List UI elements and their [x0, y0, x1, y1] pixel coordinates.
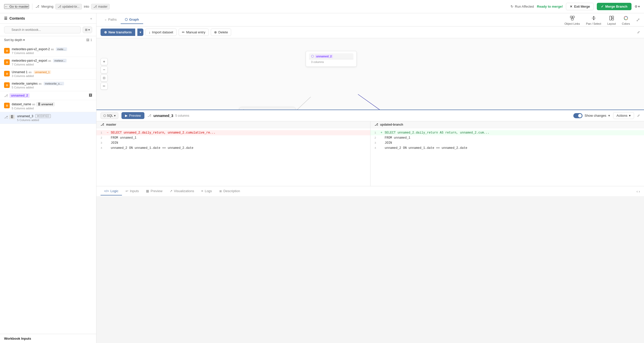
- tool-colors[interactable]: Colors: [620, 14, 632, 26]
- tab-logic[interactable]: </> Logic: [101, 187, 122, 195]
- tab-logs[interactable]: ≡ Logs: [198, 187, 216, 195]
- manual-entry-expand[interactable]: ⤢: [290, 109, 293, 110]
- tab-visualizations[interactable]: ↗ Visualizations: [166, 187, 198, 195]
- tool-pan-select[interactable]: Pan / Select: [584, 14, 603, 26]
- tool-object-links[interactable]: Object Links: [562, 14, 582, 26]
- svg-line-10: [358, 94, 433, 110]
- item-row-2: meteorites-yani-v2_export as meteor...: [12, 59, 92, 62]
- item-icon-2: ⊞: [4, 59, 10, 65]
- item-content-1: meteorites-yani-v2_export-2 as mete... 7…: [12, 47, 92, 55]
- show-changes-dropdown[interactable]: ▾: [608, 114, 610, 117]
- bottom-panel-header: ⬡ SQL ▾ ▶ Preview ⎇ unnamed_3 5 columns: [96, 110, 644, 121]
- gear-icon: ⚙: [635, 5, 638, 8]
- bottom-header-right: Show changes ▾ Actions ▾ ⤢: [573, 112, 640, 119]
- svg-rect-7: [612, 18, 614, 20]
- new-transform-dropdown-button[interactable]: ▾: [137, 29, 143, 36]
- item-content-4: meteorite_samples as meteorite_sa... 5 C…: [12, 82, 92, 89]
- import-dataset-label: Import dataset: [152, 30, 173, 34]
- object-links-icon: [569, 15, 576, 22]
- sort-by-depth[interactable]: Sort by depth ▾: [4, 38, 25, 42]
- item-row-4: meteorite_samples as meteorite_sa...: [12, 82, 92, 85]
- code-line: 4 unnamed_2 ON unnamed_1.date == unnamed…: [96, 146, 370, 151]
- fullscreen-graph-button[interactable]: ⤢: [636, 17, 640, 23]
- search-wrap: 🔍: [4, 26, 81, 33]
- tab-inputs[interactable]: ↩ Inputs: [122, 187, 142, 195]
- fit-button[interactable]: ⊡: [101, 74, 108, 82]
- sidebar-item-meteorites-v2-export[interactable]: ⊞ meteorites-yani-v2_export as meteor...…: [0, 57, 96, 68]
- tab-graph[interactable]: ⬡ Graph: [121, 16, 143, 24]
- tabs-prev-button[interactable]: ‹: [637, 189, 638, 193]
- branch-icon-1: ⎇: [35, 5, 39, 8]
- exit-merge-button[interactable]: ✕ Exit Merge: [566, 3, 594, 10]
- search-input[interactable]: [4, 26, 81, 33]
- sidebar-item-dataset-name[interactable]: ⊞ dataset_name as 🗄 unnamed 5 Columns ad…: [0, 100, 96, 112]
- run-affected-button[interactable]: ↻ Run Affected: [511, 5, 534, 8]
- settings-button[interactable]: ⚙ ▾: [635, 5, 640, 8]
- item-icon-3: ⊞: [4, 71, 10, 76]
- delete-button[interactable]: ⊗ Delete: [211, 29, 231, 36]
- back-to-master-button[interactable]: ← Go to master: [4, 4, 29, 9]
- import-dataset-button[interactable]: ↓ Import dataset: [145, 29, 177, 36]
- bottom-fullscreen-button[interactable]: ⤢: [637, 114, 640, 117]
- source-branch-badge[interactable]: ⎇ updated-br...: [55, 4, 82, 9]
- tool-layout[interactable]: Layout: [605, 14, 618, 26]
- ready-to-merge-badge: Ready to merge!: [537, 5, 563, 8]
- zoom-out-button[interactable]: −: [101, 66, 108, 73]
- sidebar-item-unnamed-1[interactable]: ⊞ Unnamed 1 as unnamed_1 3 Columns added: [0, 68, 96, 80]
- actions-chevron: ▾: [629, 114, 631, 117]
- manual-entry-graph-node[interactable]: ⬡ MANUAL ENTRY 0 ••• ⤢: [239, 107, 295, 110]
- tab-paths[interactable]: ⬦ Paths: [101, 16, 121, 24]
- item-name-7: unnamed_3: [17, 114, 33, 118]
- tabs-next-button[interactable]: ›: [639, 189, 640, 193]
- svg-rect-1: [573, 16, 574, 18]
- sidebar-header: ☰ Contents «: [0, 13, 96, 24]
- branch-icon-2: ⎇: [58, 5, 61, 8]
- collapse-button[interactable]: «: [90, 17, 92, 20]
- sort-chevron-icon: ▾: [23, 38, 25, 42]
- sidebar-item-meteorites-v2-export-2[interactable]: ⊞ meteorites-yani-v2_export-2 as mete...…: [0, 45, 96, 57]
- back-label: Go to master: [9, 5, 29, 8]
- filter-button[interactable]: ⊞ ▾: [83, 27, 92, 33]
- image-icon: 🖼: [86, 38, 89, 42]
- merge-branch-button[interactable]: ✓ Merge Branch: [597, 3, 631, 10]
- sql-selector-label: SQL: [107, 114, 113, 117]
- new-transform-button[interactable]: ⊕ New transform: [101, 29, 135, 36]
- back-arrow-icon: ←: [5, 5, 8, 8]
- sql-selector[interactable]: ⬡ SQL ▾: [101, 112, 118, 119]
- sidebar-item-meteorite-samples[interactable]: ⊞ meteorite_samples as meteorite_sa... 5…: [0, 80, 96, 91]
- graph-icon: ⬡: [125, 18, 128, 21]
- paths-tab-label: Paths: [108, 18, 117, 21]
- preview-button[interactable]: ▶ Preview: [121, 112, 144, 119]
- expand-button[interactable]: ⤢: [637, 30, 640, 34]
- transform-name: unnamed_3: [153, 114, 173, 118]
- actions-button[interactable]: Actions ▾: [613, 112, 634, 119]
- sidebar-item-unnamed-3[interactable]: ⎇ 🗄 unnamed_3 MODIFIED 5 Columns added: [0, 112, 96, 124]
- tab-description[interactable]: ≣ Description: [216, 187, 244, 195]
- item-image-icon: 🖼: [89, 93, 92, 97]
- transform-toolbar: ⊕ New transform ▾ ↓ Import dataset ✏ Man…: [96, 27, 644, 38]
- item-row-6: dataset_name as 🗄 unnamed: [12, 102, 92, 106]
- updated-branch-header: ⎇ updated-branch: [370, 121, 644, 128]
- run-affected-label: Run Affected: [515, 5, 534, 8]
- x-icon: ✕: [570, 5, 573, 8]
- into-label: into: [84, 5, 89, 8]
- tab-preview[interactable]: ▦ Preview: [142, 187, 166, 195]
- diff-pane-master: ⎇ master 1 − SELECT unnamed_2.daily_retu…: [96, 121, 370, 186]
- diff-pane-updated: ⎇ updated-branch 1 + SELECT unnamed_2.da…: [370, 121, 644, 186]
- item-cols-6: 5 Columns added: [12, 107, 92, 110]
- zoom-in-button[interactable]: +: [101, 58, 108, 65]
- code-line: 1 − SELECT unnamed_2.daily_return, unnam…: [96, 130, 370, 135]
- item-row-7: unnamed_3 MODIFIED: [17, 114, 92, 118]
- updated-diff-code[interactable]: 1 + SELECT unnamed_2.daily_return AS ret…: [370, 128, 644, 186]
- sidebar-item-unnamed-2[interactable]: ⎇ unnamed_2 🖼: [0, 91, 96, 100]
- target-branch-label: master: [98, 5, 107, 8]
- scissors-button[interactable]: ✂: [101, 83, 108, 90]
- branch-icon-3: ⎇: [93, 5, 97, 8]
- manual-entry-button[interactable]: ✏ Manual entry: [179, 29, 209, 36]
- unnamed-2-graph-node[interactable]: ⬡ unnamed_2 3 columns: [306, 51, 357, 67]
- target-branch-badge[interactable]: ⎇ master: [91, 4, 110, 9]
- merge-branch-label: Merge Branch: [605, 5, 627, 8]
- manual-entry-dots[interactable]: •••: [285, 109, 288, 110]
- item-content-3: Unnamed 1 as unnamed_1 3 Columns added: [12, 70, 92, 77]
- toggle-switch[interactable]: [573, 113, 583, 118]
